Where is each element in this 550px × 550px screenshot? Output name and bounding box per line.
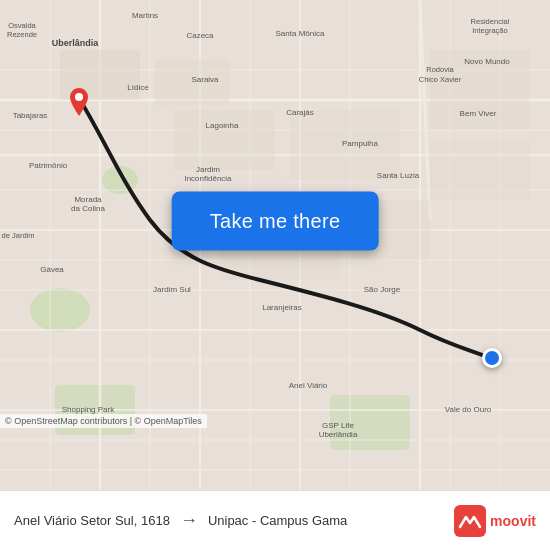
svg-text:Integração: Integração bbox=[472, 26, 507, 35]
svg-text:Lagoinha: Lagoinha bbox=[206, 121, 239, 130]
destination-marker bbox=[482, 348, 502, 368]
svg-text:Chico Xavier: Chico Xavier bbox=[419, 75, 462, 84]
svg-text:São Jorge: São Jorge bbox=[364, 285, 401, 294]
svg-text:Uberlândia: Uberlândia bbox=[319, 430, 358, 439]
svg-text:Laranjeiras: Laranjeiras bbox=[262, 303, 302, 312]
route-origin: Anel Viário Setor Sul, 1618 bbox=[14, 513, 170, 529]
svg-text:Bem Viver: Bem Viver bbox=[460, 109, 497, 118]
svg-rect-31 bbox=[175, 110, 275, 170]
svg-text:Pampulha: Pampulha bbox=[342, 139, 379, 148]
svg-text:Rodovia: Rodovia bbox=[426, 65, 454, 74]
svg-text:Tabajaras: Tabajaras bbox=[13, 111, 48, 120]
svg-text:Shopping Park: Shopping Park bbox=[62, 405, 115, 414]
svg-text:GSP Life: GSP Life bbox=[322, 421, 354, 430]
svg-text:Vale do Ouro: Vale do Ouro bbox=[445, 405, 492, 414]
svg-text:Uberlândia: Uberlândia bbox=[52, 38, 100, 48]
svg-text:Carajás: Carajás bbox=[286, 108, 314, 117]
bottom-bar: Anel Viário Setor Sul, 1618 → Unipac - C… bbox=[0, 490, 550, 550]
moovit-logo: moovit bbox=[454, 505, 536, 537]
svg-text:Anel Viário: Anel Viário bbox=[289, 381, 328, 390]
svg-text:Jardim: Jardim bbox=[196, 165, 220, 174]
svg-text:Inconfidência: Inconfidência bbox=[184, 174, 232, 183]
map-container: Uberlândia Martins Cazeca Santa Mônica R… bbox=[0, 0, 550, 490]
svg-text:Osvalda: Osvalda bbox=[8, 21, 36, 30]
svg-text:Morada: Morada bbox=[74, 195, 102, 204]
take-me-there-button[interactable]: Take me there bbox=[172, 191, 379, 250]
svg-text:da Colina: da Colina bbox=[71, 204, 105, 213]
moovit-text: moovit bbox=[490, 513, 536, 529]
svg-text:Martins: Martins bbox=[132, 11, 158, 20]
svg-text:Gávea: Gávea bbox=[40, 265, 64, 274]
svg-text:Saraiva: Saraiva bbox=[191, 75, 219, 84]
svg-rect-36 bbox=[430, 140, 530, 200]
svg-point-71 bbox=[75, 93, 83, 101]
svg-text:Residencial: Residencial bbox=[471, 17, 510, 26]
svg-text:Santa Luzia: Santa Luzia bbox=[377, 171, 420, 180]
svg-text:Jardim Sul: Jardim Sul bbox=[153, 285, 191, 294]
svg-text:de Jardim: de Jardim bbox=[2, 231, 35, 240]
svg-text:Novo Mundo: Novo Mundo bbox=[464, 57, 510, 66]
svg-text:Rezende: Rezende bbox=[7, 30, 37, 39]
svg-text:Santa Mônica: Santa Mônica bbox=[276, 29, 325, 38]
svg-point-1 bbox=[30, 288, 90, 332]
route-info: Anel Viário Setor Sul, 1618 → Unipac - C… bbox=[14, 510, 347, 531]
svg-text:Cazeca: Cazeca bbox=[186, 31, 214, 40]
svg-text:Patrimônio: Patrimônio bbox=[29, 161, 68, 170]
origin-marker bbox=[68, 88, 90, 110]
arrow-icon: → bbox=[180, 510, 198, 531]
svg-text:Lídice: Lídice bbox=[127, 83, 149, 92]
map-attribution: © OpenStreetMap contributors | © OpenMap… bbox=[0, 414, 207, 428]
route-destination: Unipac - Campus Gama bbox=[208, 513, 347, 529]
